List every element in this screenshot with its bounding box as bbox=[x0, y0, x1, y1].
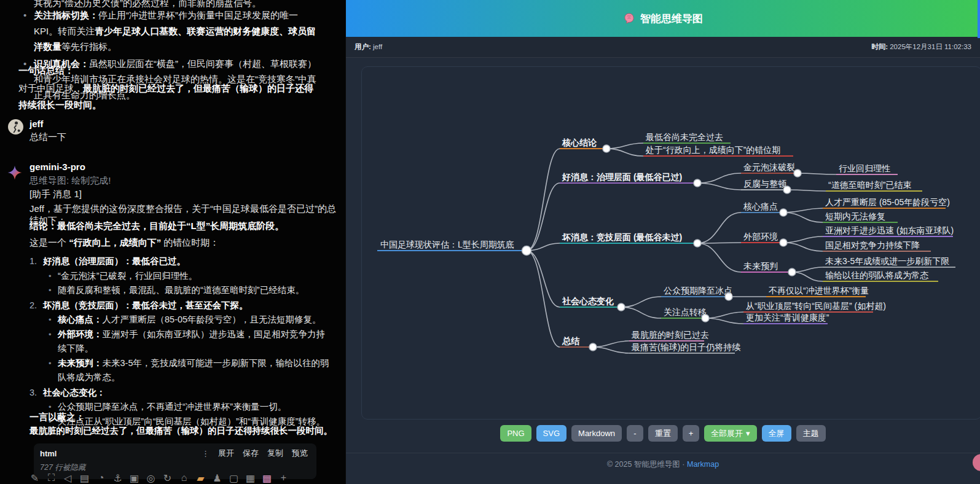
branch-node[interactable]: 社会心态变化 bbox=[562, 296, 614, 306]
image-icon[interactable]: ▤ bbox=[79, 472, 90, 484]
trash-icon[interactable]: ⛶ bbox=[46, 472, 57, 484]
record-icon[interactable]: ◎ bbox=[146, 472, 156, 484]
final-statement: 最肮脏的时刻已经过去了，但最痛苦（输球）的日子还得持续很长一段时间。 bbox=[29, 425, 340, 437]
chat-panel: 其视为“偿还历史欠债”的必然过程，而非新的崩盘信号。 关注指标切换：停止用“冲进… bbox=[0, 0, 345, 484]
photo-icon[interactable]: ▩ bbox=[262, 472, 272, 484]
copyright-text: © 2025 智能思维导图 bbox=[607, 460, 680, 469]
leaf-node[interactable]: 更加关注“青训健康度” bbox=[746, 313, 829, 322]
assistant-numbered-list: 1.好消息（治理层面）：最低谷已过。 “金元泡沫”已破裂，行业回归理性。 随着反… bbox=[29, 254, 332, 429]
branch-node[interactable]: 核心结论 bbox=[562, 138, 597, 147]
user-message-text: 总结一下 bbox=[29, 131, 66, 143]
save-button[interactable]: 保存 bbox=[243, 448, 259, 459]
code-language-label: html bbox=[40, 449, 57, 458]
node-dot[interactable] bbox=[603, 145, 610, 152]
time-label: 时间: bbox=[871, 43, 888, 50]
leaf-node[interactable]: 亚洲对手进步迅速 (如东南亚球队) bbox=[825, 225, 954, 235]
hidden-lines-note: 727 行被隐藏 bbox=[40, 463, 308, 473]
soccer-player-icon bbox=[8, 119, 23, 135]
export-svg-button[interactable]: SVG bbox=[536, 425, 566, 442]
mindmap-canvas[interactable]: 中国足球现状评估：L型长周期筑底 核心结论 最低谷尚未完全过去 处于“行政向上，… bbox=[361, 66, 980, 420]
sub-node[interactable]: 未来预判 bbox=[743, 261, 778, 271]
node-dot[interactable] bbox=[694, 240, 701, 247]
clock-icon[interactable]: ◔ bbox=[96, 472, 106, 484]
branch-node[interactable]: 总结 bbox=[562, 336, 580, 346]
kebab-menu-icon[interactable]: ⋮ bbox=[202, 449, 210, 458]
leaf-node[interactable]: 国足相对竞争力持续下降 bbox=[825, 240, 920, 250]
node-dot[interactable] bbox=[780, 239, 787, 246]
folder-icon[interactable]: ▰ bbox=[195, 472, 206, 484]
leaf-node[interactable]: 不再仅以“冲进世界杯”衡量 bbox=[769, 286, 869, 295]
sub-node[interactable]: 公众预期降至冰点 bbox=[664, 286, 732, 295]
fullscreen-button[interactable]: 全屏 bbox=[762, 425, 791, 442]
footer: © 2025 智能思维导图 · Markmap bbox=[346, 453, 980, 484]
gemini-avatar bbox=[7, 165, 23, 181]
node-dot[interactable] bbox=[788, 268, 796, 276]
node-dot[interactable] bbox=[589, 343, 597, 351]
root-node[interactable]: 中国足球现状评估：L型长周期筑底 bbox=[380, 240, 514, 249]
sub-node[interactable]: 核心痛点 bbox=[743, 201, 778, 211]
summary-paragraph: 对于中国足球，最肮脏的时刻已经过去了，但最痛苦（输球）的日子还得持续很长一段时间… bbox=[18, 80, 321, 113]
leaf-node[interactable]: 短期内无法修复 bbox=[825, 211, 885, 221]
list-item: 关注指标切换：停止用“冲进世界杯”作为衡量中国足球发展的唯一KPI。转而关注青少… bbox=[18, 7, 321, 55]
zoom-in-button[interactable]: + bbox=[683, 425, 699, 442]
mindmap-node-labels[interactable]: 中国足球现状评估：L型长周期筑底 核心结论 最低谷尚未完全过去 处于“行政向上，… bbox=[380, 132, 954, 352]
leaf-node[interactable]: 输给以往的弱队将成为常态 bbox=[825, 270, 929, 280]
markmap-link[interactable]: Markmap bbox=[687, 460, 719, 469]
branch-node[interactable]: 坏消息：竞技层面 (最低谷未过) bbox=[562, 232, 682, 242]
home-icon[interactable]: ⌂ bbox=[179, 472, 189, 484]
node-dot[interactable] bbox=[780, 209, 787, 216]
save-icon[interactable]: ▣ bbox=[129, 472, 139, 484]
refresh-icon[interactable]: ↻ bbox=[162, 472, 173, 484]
user-name: jeff bbox=[29, 119, 44, 129]
sub-node[interactable]: 反腐与整顿 bbox=[743, 179, 787, 189]
preview-button[interactable]: 预览 bbox=[292, 448, 308, 459]
sub-node[interactable]: 金元泡沫破裂 bbox=[743, 162, 795, 172]
sub-node[interactable]: 关注点转移 bbox=[664, 307, 707, 317]
expand-button[interactable]: 展开 bbox=[218, 448, 234, 459]
anchor-icon[interactable]: ⚓ bbox=[112, 472, 123, 484]
leaf-node[interactable]: 从“职业顶层”转向“民间基层” (如村超) bbox=[746, 301, 886, 311]
leaf-node[interactable]: 最痛苦(输球)的日子仍将持续 bbox=[631, 342, 740, 352]
node-dot[interactable] bbox=[694, 179, 701, 187]
expand-all-button[interactable]: 全部展开▾ bbox=[704, 425, 757, 442]
message-toolbar: ✎ ⛶ ◁ ▤ ◔ ⚓ ▣ ◎ ↻ ⌂ ▰ ♟ ▢ ▦ ▩ + bbox=[29, 472, 289, 484]
list-item: 2.坏消息（竞技层面）：最低谷未过，甚至还会下探。 核心痛点：人才严重断层（85… bbox=[29, 299, 332, 385]
page-scrollbar-thumb[interactable] bbox=[978, 0, 980, 38]
node-dot[interactable] bbox=[617, 303, 625, 311]
list-item: 1.好消息（治理层面）：最低谷已过。 “金元泡沫”已破裂，行业回归理性。 随着反… bbox=[29, 254, 332, 298]
time-value: 2025年12月31日 11:02:33 bbox=[890, 43, 971, 50]
copy-button[interactable]: 复制 bbox=[267, 448, 283, 459]
pencil-icon[interactable]: ✎ bbox=[29, 472, 40, 484]
app-title: 智能思维导图 bbox=[640, 12, 703, 26]
user-label: 用户: bbox=[355, 43, 371, 50]
leaf-node[interactable]: 行业回归理性 bbox=[839, 163, 890, 173]
reset-button[interactable]: 重置 bbox=[648, 425, 678, 442]
assistant-name: gemini-3-pro bbox=[29, 162, 85, 172]
user-icon[interactable]: ♟ bbox=[212, 472, 222, 484]
leaf-node[interactable]: 处于“行政向上，成绩向下”的错位期 bbox=[645, 145, 780, 155]
assistant-tag: [助手 消息 1] bbox=[29, 189, 82, 200]
mindmap-panel: 智能思维导图 用户: jeff 时间: 2025年12月31日 11:02:33 bbox=[346, 0, 980, 484]
mindmap-toolbar: PNG SVG Markdown - 重置 + 全部展开▾ 全屏 主题 bbox=[346, 425, 980, 442]
sub-node[interactable]: 外部环境 bbox=[743, 232, 778, 241]
assistant-period: 这是一个 “行政向上，成绩向下” 的错位时期： bbox=[29, 237, 337, 249]
branch-node[interactable]: 好消息：治理层面 (最低谷已过) bbox=[562, 172, 682, 182]
leaf-node[interactable]: “道德至暗时刻”已结束 bbox=[828, 180, 911, 190]
grid-icon[interactable]: ▦ bbox=[245, 472, 256, 484]
export-png-button[interactable]: PNG bbox=[500, 425, 531, 442]
speaker-icon[interactable]: ◁ bbox=[63, 472, 73, 484]
zoom-out-button[interactable]: - bbox=[627, 425, 643, 442]
mindmap-svg: 中国足球现状评估：L型长周期筑底 核心结论 最低谷尚未完全过去 处于“行政向上，… bbox=[362, 67, 980, 420]
file-icon[interactable]: ▢ bbox=[229, 472, 239, 484]
info-bar: 用户: jeff 时间: 2025年12月31日 11:02:33 bbox=[346, 37, 980, 58]
export-markdown-button[interactable]: Markdown bbox=[571, 425, 622, 442]
leaf-node[interactable]: 最肮脏的时刻已过去 bbox=[631, 330, 709, 340]
summary-heading: 一句话总结： bbox=[18, 65, 74, 77]
app-header: 智能思维导图 bbox=[346, 0, 980, 37]
plus-icon[interactable]: + bbox=[278, 472, 289, 484]
theme-button[interactable]: 主题 bbox=[796, 425, 826, 442]
leaf-node[interactable]: 未来3-5年成绩或进一步刷新下限 bbox=[825, 256, 949, 266]
leaf-node[interactable]: 人才严重断层 (85-05年龄段亏空) bbox=[825, 197, 950, 207]
node-dot-root[interactable] bbox=[522, 246, 531, 256]
leaf-node[interactable]: 最低谷尚未完全过去 bbox=[645, 132, 723, 142]
